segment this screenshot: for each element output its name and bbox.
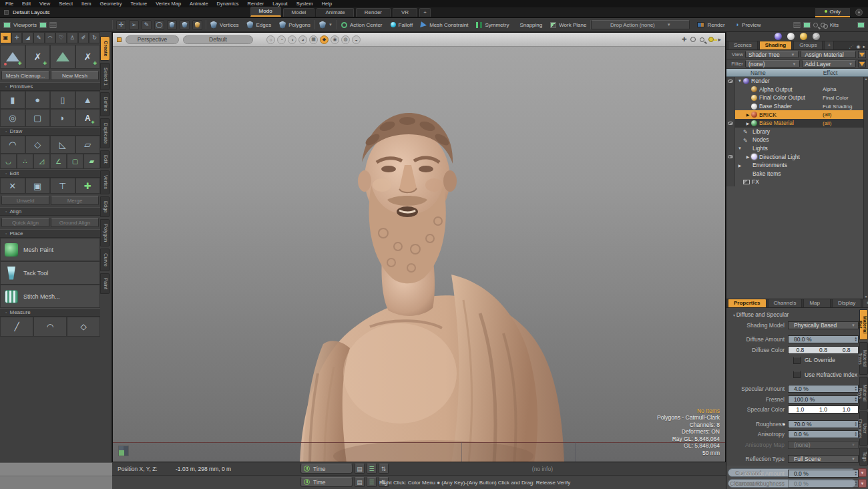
layout-options-button[interactable]: [855, 9, 863, 16]
shading-model-dropdown[interactable]: Physically Based ▼: [788, 321, 859, 329]
shader-tree-row[interactable]: FX: [726, 178, 868, 186]
layout-tab[interactable]: Animate: [316, 8, 353, 17]
shader-tree-row[interactable]: ▼ Render: [726, 77, 868, 86]
bezier-tool-icon[interactable]: ∴: [17, 154, 33, 169]
tool-toggle-button[interactable]: Work Plane: [546, 21, 590, 29]
rotate-view-icon[interactable]: ◉: [331, 35, 339, 44]
tool-toggle-button[interactable]: Symmetry: [472, 21, 513, 29]
curve-tool-icon[interactable]: ◡: [0, 154, 17, 169]
probe-tab-icon[interactable]: ✐: [78, 32, 89, 43]
light-toggle-icon[interactable]: ◕: [298, 35, 307, 44]
menu-item[interactable]: Edit: [22, 1, 31, 7]
pen-tab-icon[interactable]: ✎: [33, 32, 45, 43]
orbit-view-icon[interactable]: [690, 37, 696, 42]
palette-grid-icon[interactable]: [803, 22, 811, 28]
zoom-view-icon[interactable]: [700, 37, 704, 42]
print-log-icon[interactable]: ▤: [355, 464, 365, 474]
sync-tab-icon[interactable]: ↻: [89, 32, 100, 43]
layer-effect[interactable]: Alpha: [823, 86, 861, 92]
form-options-icon[interactable]: [793, 22, 801, 28]
curve-fill-icon[interactable]: ▰: [83, 154, 100, 169]
menu-item[interactable]: Select: [59, 1, 73, 7]
layer-effect[interactable]: Final Color: [823, 95, 861, 101]
anisotropy-input[interactable]: 0.0 % ▲▼: [788, 430, 859, 438]
roughness-input[interactable]: 70.0 % ▲▼: [788, 420, 859, 428]
selection-set-dropdown[interactable]: ▼: [315, 20, 337, 30]
expand-panel-icon[interactable]: ⋰: [849, 44, 853, 49]
time-dropdown[interactable]: Time: [300, 464, 353, 474]
bust-3d-model[interactable]: [283, 106, 584, 462]
render-button[interactable]: Render: [693, 21, 728, 29]
event-log-icon[interactable]: ☰: [367, 477, 377, 487]
properties-vertical-tab[interactable]: Tags: [859, 448, 868, 466]
visibility-eye-icon[interactable]: [726, 94, 735, 102]
sphere-primitive-icon[interactable]: ●: [25, 91, 51, 109]
mesh-fix-tool-icon[interactable]: ✚: [0, 45, 25, 69]
wedge-primitive-icon[interactable]: ◗: [50, 109, 75, 127]
toolbox-vertical-tab[interactable]: Edge: [100, 196, 110, 218]
spinner-icon[interactable]: ▲▼: [855, 480, 857, 487]
forms-grid-icon[interactable]: [857, 22, 865, 28]
wireframe-toggle-icon[interactable]: ○: [266, 35, 275, 44]
sculpt-tab-icon[interactable]: ◢: [22, 32, 33, 43]
menu-item[interactable]: Help: [322, 1, 332, 7]
kits-button[interactable]: Kits: [830, 22, 839, 28]
tool-toggle-button[interactable]: Snapping: [513, 21, 546, 29]
material-sphere-icon[interactable]: [787, 33, 795, 40]
tool-toggle-button[interactable]: Falloff: [387, 21, 417, 29]
place-tool-item[interactable]: Stitch Mesh...: [0, 285, 100, 308]
material-sphere-icon[interactable]: [775, 33, 782, 40]
layer-effect[interactable]: (all): [823, 112, 861, 118]
expand-arrow-icon[interactable]: ▶: [744, 112, 751, 117]
toolbox-vertical-tab[interactable]: Duplicate: [100, 118, 110, 148]
layer-list-icon[interactable]: [858, 60, 866, 67]
torus-primitive-icon[interactable]: ◎: [0, 109, 25, 127]
fresnel-input[interactable]: 100.0 % ▲▼: [788, 395, 859, 403]
viewport-3d[interactable]: Perspective Default ○ ◔ ◑ ◕ ▦ ◆ ◉ ◍ ◒ ✚ …: [112, 32, 726, 462]
shader-panel-tab[interactable]: Scenes: [728, 41, 758, 49]
shader-tree-row[interactable]: ▼ Lights: [726, 144, 868, 153]
new-mesh-button[interactable]: New Mesh: [51, 71, 99, 80]
section-primitives[interactable]: Primitives: [0, 82, 100, 91]
toolbox-vertical-tab[interactable]: Curve: [100, 249, 110, 271]
pin-tool-icon[interactable]: ⊤: [50, 178, 75, 194]
bspline-tool-icon[interactable]: ◿: [33, 154, 50, 169]
menu-item[interactable]: Layout: [272, 1, 288, 7]
drop-action-dropdown[interactable]: Drop Action (none) ▼: [591, 20, 690, 29]
cut-tool-icon[interactable]: ✕: [0, 178, 25, 194]
menu-item[interactable]: System: [296, 1, 313, 7]
tool-toggle-button[interactable]: Action Center: [337, 21, 386, 29]
menu-item[interactable]: Animate: [190, 1, 208, 7]
layer-effect[interactable]: Full Shading: [823, 104, 861, 110]
tool-toggle-button[interactable]: Mesh Constraint: [417, 21, 472, 29]
plane-tool-icon[interactable]: ◇: [25, 136, 51, 154]
shader-tree-row[interactable]: ▶ Base Material (all) ▼: [726, 119, 868, 128]
layout-tab-only[interactable]: Only: [815, 8, 850, 17]
cube-primitive-icon[interactable]: ▮: [0, 91, 25, 109]
toolbox-vertical-tab[interactable]: Select 1: [100, 63, 110, 90]
color-g[interactable]: 1.0: [819, 406, 827, 413]
visibility-eye-icon[interactable]: [726, 161, 735, 170]
sort-toggle-icon[interactable]: ⇅: [379, 464, 389, 474]
add-layer-dropdown[interactable]: Add Layer ▼: [802, 60, 857, 67]
merge-button[interactable]: Merge: [51, 196, 99, 205]
viewport-layout-icon[interactable]: [3, 22, 11, 28]
uv-tab-icon[interactable]: ♡: [55, 32, 67, 43]
shader-panel-tab[interactable]: Groups: [793, 41, 823, 49]
pen-tool-icon[interactable]: ◺: [50, 136, 75, 154]
visibility-eye-icon[interactable]: [726, 102, 735, 111]
properties-tab[interactable]: +: [863, 299, 868, 307]
arc-tool-icon[interactable]: ◠: [0, 136, 25, 154]
visibility-eye-icon[interactable]: [726, 144, 735, 153]
visibility-eye-icon[interactable]: [726, 178, 735, 186]
figure-tab-icon[interactable]: ♙: [67, 32, 78, 43]
print-log-icon[interactable]: ▤: [355, 477, 365, 487]
layout-tab[interactable]: Modo: [250, 7, 281, 17]
column-name[interactable]: Name: [750, 69, 766, 76]
menu-item[interactable]: Vertex Map: [156, 1, 181, 7]
lasso-select-icon[interactable]: ◯: [154, 20, 164, 30]
section-draw[interactable]: Draw: [0, 127, 100, 136]
spinner-icon[interactable]: ▲▼: [855, 470, 857, 477]
preview-button[interactable]: ◗ Preview: [732, 21, 765, 29]
assign-material-button[interactable]: Assign Material: [801, 51, 857, 58]
